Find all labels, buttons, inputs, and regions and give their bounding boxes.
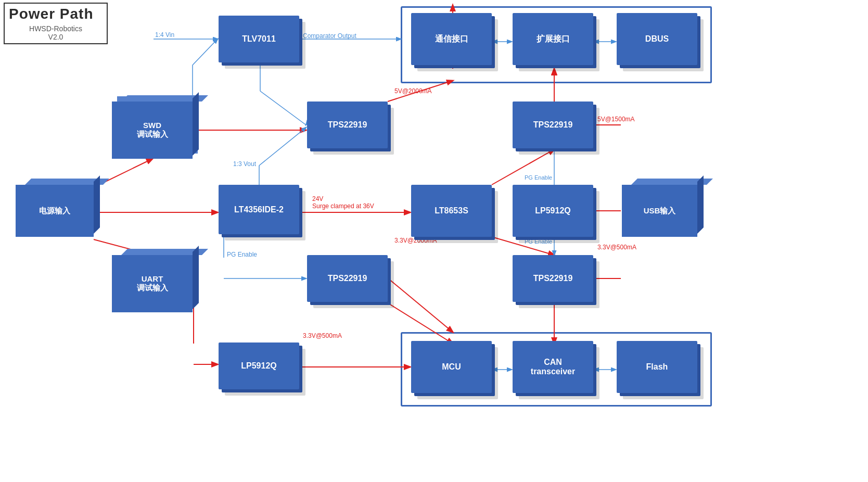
block-lt8653s: LT8653S [411, 185, 492, 237]
title-box: Power Path HWSD-RoboticsV2.0 [4, 3, 108, 44]
block-flash: Flash [617, 341, 697, 393]
block-tps22919-bottom: TPS22919 [307, 255, 388, 302]
label-3-3v-500ma-bottom: 3.3V@500mA [303, 332, 342, 339]
block-tlv7011: TLV7011 [219, 16, 299, 62]
label-5v-2000ma: 5V@2000mA [394, 87, 432, 95]
block-tps22919-bottom-right: TPS22919 [513, 255, 593, 302]
block-lp5912q-bottom: LP5912Q [219, 343, 299, 389]
block-lt4356: LT4356IDE-2 [219, 185, 299, 234]
block-swd: SWD调试输入 [112, 102, 193, 159]
block-comm: 通信接口 [411, 13, 492, 65]
label-3-3v-2000ma: 3.3V@2000mA [394, 237, 437, 244]
label-24v: 24VSurge clamped at 36V [312, 195, 374, 210]
block-tps22919-mid-right: TPS22919 [513, 102, 593, 148]
label-1-4-vin: 1:4 Vin [155, 31, 174, 39]
title-main: Power Path [9, 6, 103, 22]
block-lp5912q-right: LP5912Q [513, 185, 593, 237]
label-5v-1500ma: 5V@1500mA [597, 116, 635, 123]
svg-line-5 [193, 39, 218, 65]
block-usb-input: USB输入 [622, 185, 697, 237]
label-pg-enable-lp5912q-bottom: PG Enable [525, 238, 552, 245]
label-pg-enable-lp5912q-top: PG Enable [525, 174, 552, 181]
block-tps22919-top: TPS22919 [307, 102, 388, 148]
label-pg-enable-lt4356: PG Enable [227, 251, 257, 258]
block-mcu: MCU [411, 341, 492, 393]
svg-line-8 [260, 91, 306, 125]
label-3-3v-500ma-right: 3.3V@500mA [597, 244, 636, 251]
label-comparator-output: Comparator Output [303, 32, 356, 40]
block-can-transceiver: CANtransceiver [513, 341, 593, 393]
block-power-input: 电源输入 [16, 185, 94, 237]
label-1-3-vout: 1:3 Vout [233, 160, 256, 168]
block-expand: 扩展接口 [513, 13, 593, 65]
block-dbus: DBUS [617, 13, 697, 65]
svg-line-15 [259, 128, 306, 166]
title-sub: HWSD-RoboticsV2.0 [9, 24, 103, 41]
svg-line-35 [388, 278, 453, 332]
block-uart: UART调试输入 [112, 255, 193, 312]
diagram-container: Power Path HWSD-RoboticsV2.0 [0, 0, 868, 482]
